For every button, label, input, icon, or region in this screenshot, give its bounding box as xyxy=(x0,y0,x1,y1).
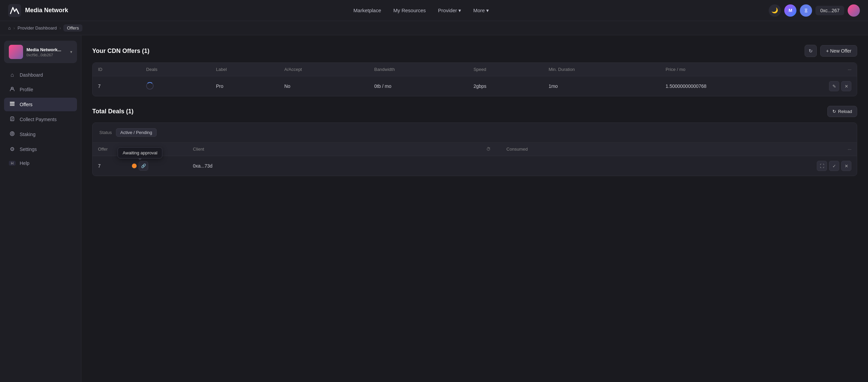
status-dot-orange xyxy=(132,164,137,168)
col-actions: ··· xyxy=(824,63,857,76)
header: Media Network Marketplace My Resources P… xyxy=(0,0,868,21)
expand-deal-button[interactable]: ⛶ xyxy=(817,161,827,171)
cdn-offers-header-row: ID Deals Label A/Accept Bandwidth Speed … xyxy=(93,63,857,76)
total-deals-header: Total Deals (1) ↻ Reload xyxy=(92,106,857,117)
m-network-icon[interactable]: M xyxy=(784,4,796,17)
cdn-offers-table-container: ID Deals Label A/Accept Bandwidth Speed … xyxy=(92,62,857,96)
col-speed: Speed xyxy=(468,63,543,76)
deals-col-consumed: Consumed xyxy=(501,142,811,156)
deals-col-offer: Offer xyxy=(93,142,126,156)
clock-icon: ⏱ xyxy=(486,147,491,152)
deals-col-actions: ··· xyxy=(811,142,857,156)
deal-clock xyxy=(481,156,501,176)
offer-speed: 2gbps xyxy=(468,76,543,96)
deal-row-actions: ⛶ ✓ ✕ xyxy=(811,156,857,176)
offer-price: 1.50000000000768 xyxy=(660,76,824,96)
sidebar-item-offers[interactable]: Offers xyxy=(4,98,77,111)
wallet-button[interactable]: 0xc...267 xyxy=(815,6,844,15)
breadcrumb-offers[interactable]: Offers xyxy=(63,24,82,32)
nav-provider[interactable]: Provider ▾ xyxy=(433,5,466,16)
offers-icon xyxy=(9,101,16,108)
chevron-down-icon: ▾ xyxy=(486,7,489,14)
help-icon: H xyxy=(9,161,16,166)
deal-status: Awaiting approval 🔗 xyxy=(126,156,188,176)
nav-more[interactable]: More ▾ xyxy=(469,5,494,16)
loading-spinner xyxy=(146,82,154,90)
deal-consumed xyxy=(501,156,811,176)
offer-deals-spinner xyxy=(141,76,211,96)
nav-marketplace[interactable]: Marketplace xyxy=(349,5,386,15)
sidebar-item-dashboard[interactable]: ⌂ Dashboard xyxy=(4,69,77,81)
deal-client: 0xa...73d xyxy=(188,156,481,176)
nav-my-resources[interactable]: My Resources xyxy=(389,5,431,15)
edit-offer-button[interactable]: ✎ xyxy=(829,81,839,91)
breadcrumb-provider-dashboard[interactable]: Provider Dashboard xyxy=(18,25,57,31)
refresh-offers-button[interactable]: ↻ xyxy=(805,45,817,57)
deals-container: Status Active / Pending Offer Status Cli… xyxy=(92,122,857,176)
sidebar-item-help[interactable]: H Help xyxy=(4,157,77,169)
svg-point-7 xyxy=(12,133,13,134)
page-layout: Media Network... 0xcf9d...0db267 ▾ ⌂ Das… xyxy=(0,35,868,382)
dark-mode-toggle[interactable]: 🌙 xyxy=(769,4,781,17)
approve-deal-button[interactable]: ✓ xyxy=(829,161,839,171)
sidebar-item-collect-payments[interactable]: Collect Payments xyxy=(4,113,77,126)
sidebar: Media Network... 0xcf9d...0db267 ▾ ⌂ Das… xyxy=(0,35,81,382)
table-row: 7 Awaiting approval 🔗 0xa...73d xyxy=(93,156,857,176)
deals-col-clock: ⏱ xyxy=(481,142,501,156)
col-id: ID xyxy=(93,63,141,76)
deals-tbody: 7 Awaiting approval 🔗 0xa...73d xyxy=(93,156,857,176)
reload-icon: ↻ xyxy=(832,109,836,114)
svg-rect-2 xyxy=(10,102,15,103)
new-offer-button[interactable]: + New Offer xyxy=(820,45,857,57)
logo-area: Media Network xyxy=(8,4,68,17)
refresh-icon: ↻ xyxy=(809,48,813,54)
deals-col-status: Status xyxy=(126,142,188,156)
col-deals: Deals xyxy=(141,63,211,76)
user-avatar[interactable] xyxy=(848,4,860,17)
sidebar-item-settings[interactable]: ⚙ Settings xyxy=(4,142,77,156)
deals-row-actions-group: ⛶ ✓ ✕ xyxy=(817,161,851,171)
moon-icon: 🌙 xyxy=(771,7,778,14)
link-button[interactable]: 🔗 xyxy=(139,161,148,171)
main-content: Your CDN Offers (1) ↻ + New Offer ID Dea… xyxy=(81,35,868,382)
reload-deals-button[interactable]: ↻ Reload xyxy=(827,106,857,117)
offer-bandwidth: 0tb / mo xyxy=(369,76,468,96)
cdn-offers-title: Your CDN Offers (1) xyxy=(92,47,150,55)
account-avatar xyxy=(9,45,23,59)
eth-icon[interactable]: Ξ xyxy=(800,4,812,17)
chevron-down-icon: ▾ xyxy=(458,7,461,14)
cdn-offers-table: ID Deals Label A/Accept Bandwidth Speed … xyxy=(93,63,857,96)
collect-payments-icon xyxy=(9,116,16,123)
offer-id: 7 xyxy=(93,76,141,96)
offer-row-actions: ✎ ✕ xyxy=(824,76,857,96)
cdn-offers-actions: ↻ + New Offer xyxy=(805,45,857,57)
account-info: Media Network... 0xcf9d...0db267 xyxy=(26,47,67,57)
delete-offer-button[interactable]: ✕ xyxy=(841,81,851,91)
logo-icon xyxy=(8,4,21,17)
breadcrumb-home[interactable]: ⌂ xyxy=(8,25,11,31)
col-bandwidth: Bandwidth xyxy=(369,63,468,76)
offer-label: Pro xyxy=(211,76,279,96)
col-min-duration: Min. Duration xyxy=(543,63,660,76)
offer-min-duration: 1mo xyxy=(543,76,660,96)
deal-offer-id: 7 xyxy=(93,156,126,176)
cdn-offers-thead: ID Deals Label A/Accept Bandwidth Speed … xyxy=(93,63,857,76)
svg-rect-4 xyxy=(10,105,15,106)
col-price: Price / mo xyxy=(660,63,824,76)
svg-rect-3 xyxy=(10,103,15,104)
sidebar-item-profile[interactable]: Profile xyxy=(4,83,77,96)
tooltip-wrapper: Awaiting approval 🔗 xyxy=(132,161,148,171)
cdn-offers-tbody: 7 Pro No 0tb / mo 2gbps 1mo 1.5000000000… xyxy=(93,76,857,96)
reject-deal-button[interactable]: ✕ xyxy=(841,161,851,171)
sidebar-item-staking[interactable]: Staking xyxy=(4,128,77,141)
col-label: Label xyxy=(211,63,279,76)
account-chevron-icon: ▾ xyxy=(70,50,72,54)
staking-icon xyxy=(9,131,16,138)
offer-a-accept: No xyxy=(279,76,369,96)
sidebar-account[interactable]: Media Network... 0xcf9d...0db267 ▾ xyxy=(4,41,77,63)
deals-table: Offer Status Client ⏱ Consumed ··· 7 xyxy=(93,142,857,176)
deals-header-row: Offer Status Client ⏱ Consumed ··· xyxy=(93,142,857,156)
home-icon: ⌂ xyxy=(9,72,16,78)
row-actions-group: ✎ ✕ xyxy=(829,81,851,91)
deals-col-client: Client xyxy=(188,142,481,156)
